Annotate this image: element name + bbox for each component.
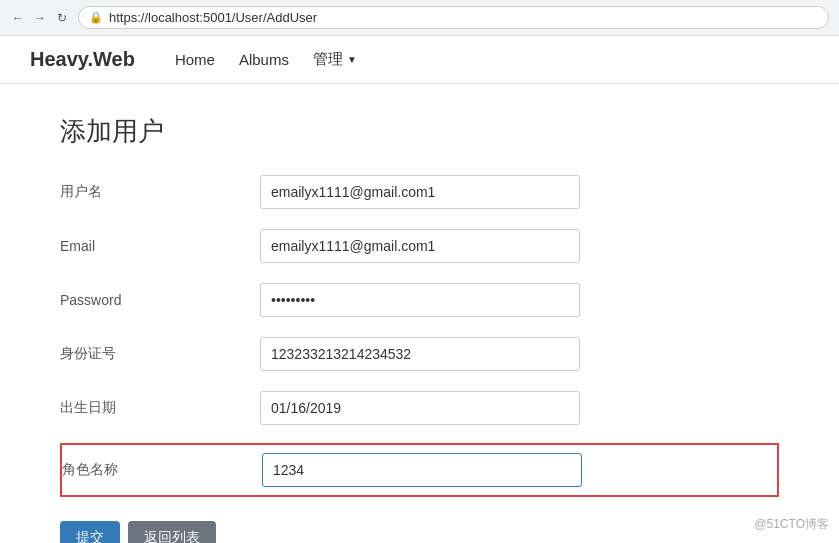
role-name-label: 角色名称 — [62, 461, 262, 479]
id-number-field-group: 身份证号 — [60, 335, 779, 373]
watermark: @51CTO博客 — [754, 516, 829, 533]
email-label: Email — [60, 238, 260, 254]
submit-button[interactable]: 提交 — [60, 521, 120, 543]
nav-manage-label: 管理 — [313, 50, 343, 69]
password-field-group: Password — [60, 281, 779, 319]
nav-manage-dropdown[interactable]: 管理 ▼ — [313, 50, 357, 69]
page-title: 添加用户 — [60, 114, 779, 149]
username-label: 用户名 — [60, 183, 260, 201]
add-user-form: 用户名 Email Password 身份证号 出生日期 角色名称 — [60, 173, 779, 543]
birth-date-input[interactable] — [260, 391, 580, 425]
role-name-input[interactable] — [262, 453, 582, 487]
refresh-button[interactable]: ↻ — [54, 10, 70, 26]
back-button[interactable]: 返回列表 — [128, 521, 216, 543]
address-bar[interactable]: 🔒 https://localhost:5001/User/AddUser — [78, 6, 829, 29]
username-field-group: 用户名 — [60, 173, 779, 211]
back-button[interactable]: ← — [10, 10, 26, 26]
id-number-label: 身份证号 — [60, 345, 260, 363]
nav-albums[interactable]: Albums — [239, 51, 289, 68]
main-content: 添加用户 用户名 Email Password 身份证号 出生日期 — [0, 84, 839, 543]
browser-controls: ← → ↻ — [10, 10, 70, 26]
role-name-inner-group: 角色名称 — [62, 451, 777, 489]
email-input[interactable] — [260, 229, 580, 263]
role-name-field-group: 角色名称 — [60, 443, 779, 497]
password-input[interactable] — [260, 283, 580, 317]
email-field-group: Email — [60, 227, 779, 265]
navbar: Heavy.Web Home Albums 管理 ▼ — [0, 36, 839, 84]
url-text: https://localhost:5001/User/AddUser — [109, 10, 317, 25]
id-number-input[interactable] — [260, 337, 580, 371]
birth-date-field-group: 出生日期 — [60, 389, 779, 427]
browser-bar: ← → ↻ 🔒 https://localhost:5001/User/AddU… — [0, 0, 839, 36]
form-actions: 提交 返回列表 — [60, 521, 779, 543]
birth-date-label: 出生日期 — [60, 399, 260, 417]
lock-icon: 🔒 — [89, 11, 103, 24]
password-label: Password — [60, 292, 260, 308]
brand-logo[interactable]: Heavy.Web — [30, 48, 135, 71]
forward-button[interactable]: → — [32, 10, 48, 26]
chevron-down-icon: ▼ — [347, 54, 357, 65]
username-input[interactable] — [260, 175, 580, 209]
nav-home[interactable]: Home — [175, 51, 215, 68]
